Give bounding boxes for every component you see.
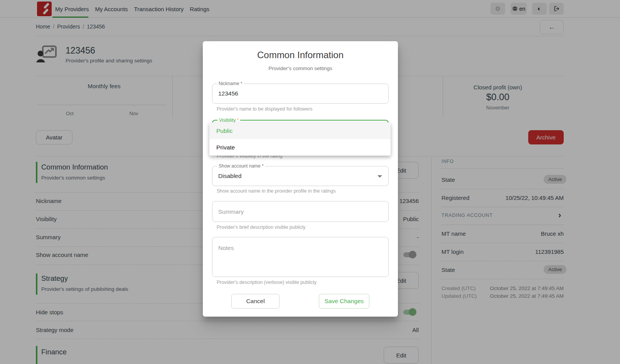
cancel-button[interactable]: Cancel: [231, 294, 280, 309]
dialog-subtitle: Provider's common settings: [203, 65, 398, 71]
save-changes-button[interactable]: Save Changes: [319, 294, 369, 309]
nickname-field-label: Nickname *: [217, 81, 244, 87]
nickname-field-value: 123456: [218, 90, 238, 97]
notes-helper: Provider's description (verbose) visible…: [217, 280, 317, 285]
summary-helper: Provider's brief description visible pub…: [217, 225, 305, 230]
summary-placeholder: Summary: [218, 208, 244, 215]
show-account-name-select[interactable]: Show account name * Disabled: [212, 166, 389, 186]
show-account-name-value: Disabled: [218, 173, 241, 179]
dialog-title: Common Information: [203, 50, 398, 60]
dropdown-option-public[interactable]: Public: [209, 122, 391, 139]
nickname-helper: Provider's name to be displayed for foll…: [217, 106, 312, 112]
page: My Providers My Accounts Transaction His…: [0, 0, 620, 364]
notes-placeholder: Notes: [218, 245, 234, 252]
show-account-name-label: Show account name *: [217, 163, 265, 169]
visibility-dropdown-menu: Public Private: [209, 122, 391, 156]
select-caret-icon: [377, 175, 382, 178]
show-account-name-helper: Show account name in the provider profil…: [217, 188, 336, 194]
common-information-dialog: Common Information Provider's common set…: [203, 41, 398, 317]
summary-input[interactable]: Summary: [212, 201, 389, 222]
dropdown-option-private[interactable]: Private: [209, 139, 391, 156]
notes-textarea[interactable]: Notes: [212, 237, 389, 277]
nickname-field[interactable]: Nickname * 123456: [212, 84, 389, 104]
